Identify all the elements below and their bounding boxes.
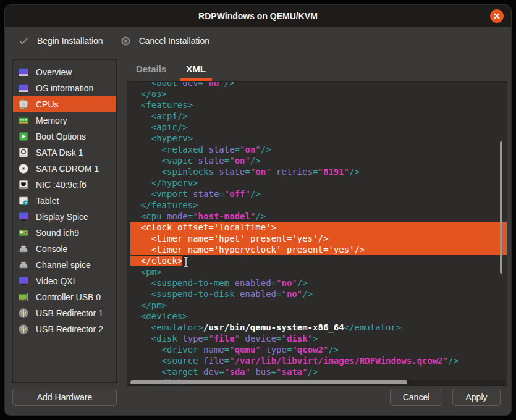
titlebar[interactable]: RDPWindows on QEMU/KVM (5, 5, 511, 27)
xml-code-line: <vapic state="on"/> (130, 155, 507, 166)
xml-code-line: <acpi/> (130, 111, 507, 122)
os-info-icon (18, 83, 29, 94)
sidebar-item-label: USB Redirector 2 (36, 324, 103, 334)
sidebar-item-label: Overview (36, 67, 72, 77)
sidebar-item-label: Controller USB 0 (36, 292, 101, 302)
vm-details-window: RDPWindows on QEMU/KVM Begin Installatio… (5, 5, 511, 415)
sidebar-item-label: Video QXL (36, 276, 77, 286)
nic-icon (18, 179, 29, 190)
sidebar-item-video-qxl[interactable]: Video QXL (13, 273, 116, 289)
video-icon (18, 275, 29, 287)
tab-bar: Details XML (130, 59, 212, 81)
apply-button[interactable]: Apply (452, 388, 501, 406)
sidebar-item-usb-redirector-1[interactable]: USB Redirector 1 (13, 305, 116, 321)
sidebar-item-os-information[interactable]: OS information (13, 80, 116, 96)
sidebar-item-label: Console (36, 244, 67, 254)
xml-code-line: <driver name="qemu" type="qcow2"/> (130, 344, 507, 355)
sidebar-item-label: OS information (36, 83, 93, 93)
sidebar-item-tablet[interactable]: Tablet (13, 193, 116, 209)
sidebar-item-label: Channel spice (36, 260, 91, 270)
record-circle-icon (121, 36, 131, 46)
xml-code-line: <boot dev="hd"/> (130, 81, 507, 88)
sidebar-item-sata-cdrom-1[interactable]: SATA CDROM 1 (13, 161, 116, 177)
xml-code-line: <suspend-to-disk enabled="no"/> (130, 288, 507, 300)
checkmark-icon (19, 36, 29, 46)
xml-code-line: </features> (130, 200, 507, 211)
sidebar-item-sound-ich9[interactable]: Sound ich9 (13, 225, 116, 241)
xml-code-line: <relaxed state="on"/> (130, 144, 507, 155)
xml-code-view[interactable]: <boot dev="hd"/> </os> <features> <acpi/… (127, 81, 507, 386)
xml-code-line: <target dev="sda" bus="sata"/> (130, 366, 507, 377)
cancel-installation-label: Cancel Installation (139, 36, 209, 46)
xml-code-line: <hyperv> (130, 133, 507, 144)
xml-code-line: <suspend-to-mem enabled="no"/> (130, 277, 507, 288)
sound-icon (18, 227, 29, 238)
begin-installation-button[interactable]: Begin Installation (19, 36, 103, 46)
channel-icon (18, 259, 29, 271)
sidebar-item-sata-disk-1[interactable]: SATA Disk 1 (13, 145, 116, 161)
xml-code-line: <vmport state="off"/> (130, 188, 507, 200)
xml-code-line: <timer name='hpet' present='yes'/> (130, 233, 507, 244)
horizontal-scrollbar-track[interactable] (129, 380, 505, 385)
sidebar-item-label: NIC :40:9c:f6 (36, 180, 87, 190)
xml-code-line: <clock offset='localtime'> (130, 222, 507, 233)
cpu-icon (18, 99, 29, 110)
memory-icon (18, 115, 29, 126)
usb-redirector-icon (18, 308, 29, 319)
sidebar-item-console[interactable]: Console (13, 241, 116, 257)
xml-code-line: </pm> (130, 300, 507, 311)
boot-options-icon (18, 131, 29, 142)
cdrom-icon (18, 163, 29, 174)
tab-details[interactable]: Details (130, 59, 172, 81)
console-icon (18, 243, 29, 254)
xml-code-line: <source file="/var/lib/libvirt/images/RD… (130, 355, 507, 366)
window-title: RDPWindows on QEMU/KVM (198, 11, 318, 21)
xml-code-line: <cpu mode="host-model"/> (130, 211, 507, 222)
sidebar-item-label: Sound ich9 (36, 228, 79, 238)
xml-editor[interactable]: <boot dev="hd"/> </os> <features> <acpi/… (127, 81, 507, 386)
xml-code-line: <devices> (130, 311, 507, 322)
sidebar-item-nic-40-9c-f6[interactable]: NIC :40:9c:f6 (13, 177, 116, 193)
usb-controller-icon (18, 292, 29, 303)
sidebar-item-boot-options[interactable]: Boot Options (13, 128, 116, 145)
usb-redirector-icon (18, 324, 29, 335)
xml-code-line: </os> (130, 88, 507, 99)
sidebar-item-label: Memory (36, 116, 67, 125)
sidebar-item-label: Boot Options (36, 132, 86, 141)
xml-code-line: <apic/> (130, 122, 507, 133)
tablet-icon (18, 195, 29, 206)
xml-code-line: <pm> (130, 266, 507, 277)
overview-icon (18, 67, 29, 78)
close-button[interactable] (490, 9, 504, 23)
sidebar-item-cpus[interactable]: CPUs (13, 96, 116, 112)
sidebar-item-memory[interactable]: Memory (13, 112, 116, 128)
sidebar-item-controller-usb-0[interactable]: Controller USB 0 (13, 289, 116, 305)
sidebar-item-display-spice[interactable]: Display Spice (13, 209, 116, 225)
xml-code-line: <features> (130, 99, 507, 111)
sidebar-item-channel-spice[interactable]: Channel spice (13, 257, 116, 273)
tab-xml[interactable]: XML (180, 59, 212, 81)
cancel-installation-button[interactable]: Cancel Installation (121, 36, 209, 46)
display-icon (18, 211, 29, 222)
hardware-list: OverviewOS informationCPUsMemoryBoot Opt… (12, 59, 117, 383)
sidebar-item-label: Display Spice (36, 212, 88, 222)
vertical-scrollbar[interactable] (500, 141, 502, 274)
xml-code-line: <timer name='hypervclock' present='yes'/… (130, 244, 507, 255)
xml-code-line: <emulator>/usr/bin/qemu-system-x86_64</e… (130, 322, 507, 333)
sidebar-item-label: Tablet (36, 196, 59, 206)
text-cursor-ibeam (183, 256, 189, 267)
add-hardware-button[interactable]: Add Hardware (12, 388, 117, 406)
xml-code-line: </hyperv> (130, 177, 507, 188)
close-icon (493, 12, 501, 20)
cancel-button[interactable]: Cancel (390, 388, 442, 406)
xml-code-line: <disk type="file" device="disk"> (130, 333, 507, 344)
sidebar-item-label: CPUs (36, 99, 59, 109)
toolbar: Begin Installation Cancel Installation (5, 27, 511, 54)
sidebar-item-overview[interactable]: Overview (13, 64, 116, 80)
sidebar-item-label: SATA CDROM 1 (36, 164, 99, 174)
sidebar-item-label: USB Redirector 1 (36, 308, 103, 318)
xml-code-line: <spinlocks state="on" retries="8191"/> (130, 166, 507, 177)
disk-icon (18, 147, 29, 158)
sidebar-item-usb-redirector-2[interactable]: USB Redirector 2 (13, 321, 116, 337)
horizontal-scrollbar-thumb[interactable] (130, 380, 407, 384)
